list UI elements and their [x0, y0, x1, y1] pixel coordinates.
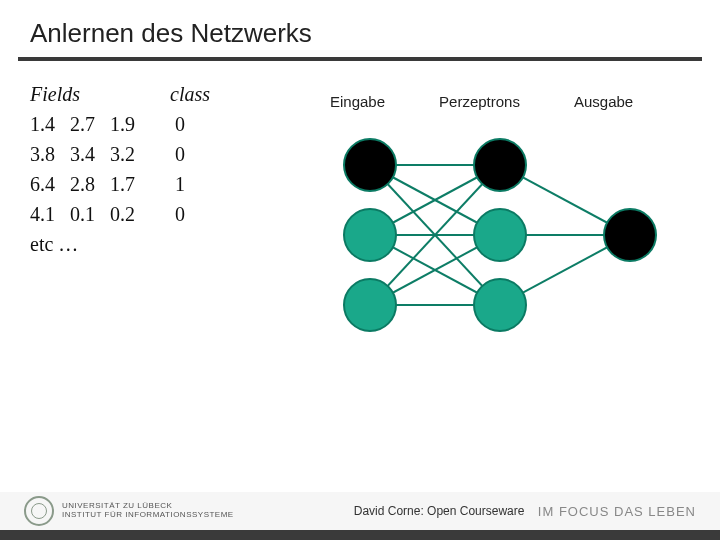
network-nodes [344, 139, 656, 331]
slide-title: Anlernen des Netzwerks [0, 0, 720, 57]
layer-label-input: Eingabe [330, 93, 385, 110]
fields-header: Fields [30, 79, 160, 109]
layer-label-output: Ausgabe [574, 93, 633, 110]
table-row: 4.1 0.1 0.2 0 [30, 199, 280, 229]
courseware-credit: David Corne: Open Courseware [354, 504, 525, 518]
field-cell: 1.9 [110, 109, 150, 139]
field-cell: 3.2 [110, 139, 150, 169]
field-cell: 1.7 [110, 169, 150, 199]
field-cell: 6.4 [30, 169, 70, 199]
field-cell: 0.2 [110, 199, 150, 229]
training-data-table: Fields class 1.4 2.7 1.9 0 3.8 3.4 3.2 0… [30, 79, 280, 339]
university-seal-icon [24, 496, 54, 526]
table-row: 6.4 2.8 1.7 1 [30, 169, 280, 199]
class-header: class [160, 79, 220, 109]
field-cell: 0.1 [70, 199, 110, 229]
table-row: 1.4 2.7 1.9 0 [30, 109, 280, 139]
layer-label-hidden: Perzeptrons [439, 93, 520, 110]
field-cell: 3.8 [30, 139, 70, 169]
network-diagram [310, 125, 690, 345]
field-cell: 4.1 [30, 199, 70, 229]
slide-content: Fields class 1.4 2.7 1.9 0 3.8 3.4 3.2 0… [0, 61, 720, 339]
university-name: UNIVERSITÄT ZU LÜBECK INSTITUT FÜR INFOR… [62, 502, 234, 520]
class-cell: 0 [150, 139, 210, 169]
slide-footer: UNIVERSITÄT ZU LÜBECK INSTITUT FÜR INFOR… [0, 492, 720, 540]
class-cell: 0 [150, 109, 210, 139]
table-etc: etc … [30, 229, 280, 259]
class-cell: 1 [150, 169, 210, 199]
network-diagram-area: Eingabe Perzeptrons Ausgabe [280, 79, 720, 339]
class-cell: 0 [150, 199, 210, 229]
field-cell: 3.4 [70, 139, 110, 169]
table-row: 3.8 3.4 3.2 0 [30, 139, 280, 169]
field-cell: 1.4 [30, 109, 70, 139]
field-cell: 2.8 [70, 169, 110, 199]
field-cell: 2.7 [70, 109, 110, 139]
slogan: IM FOCUS DAS LEBEN [538, 504, 696, 519]
